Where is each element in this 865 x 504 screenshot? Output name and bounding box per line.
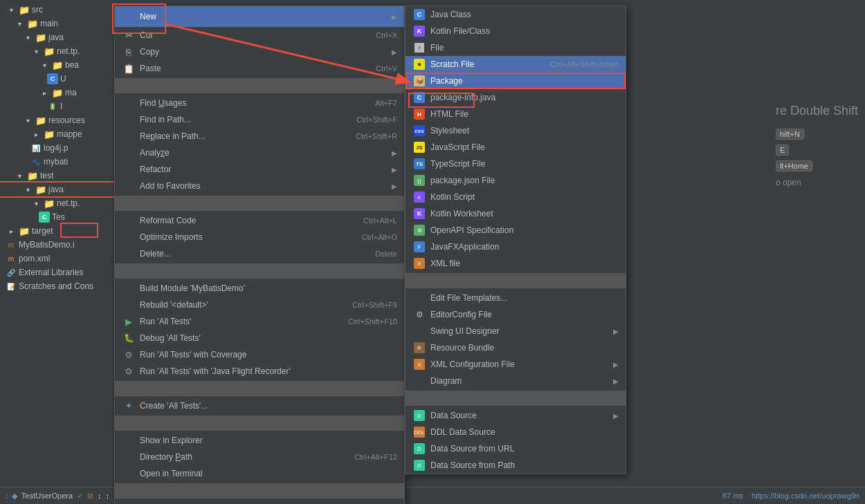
- submenu-javafx[interactable]: F JavaFXApplication: [406, 239, 626, 255]
- submenu-editorconfig[interactable]: ⚙ EditorConfig File: [406, 306, 626, 323]
- menu-item-add-favorites[interactable]: Add to Favorites ▶: [115, 178, 404, 194]
- tree-item-net-tp[interactable]: ▾ 📁 net.tp.: [0, 44, 114, 58]
- javafx-icon: F: [412, 241, 426, 252]
- tree-item-pom[interactable]: m pom.xml: [0, 252, 114, 265]
- menu-item-delete[interactable]: Delete... Delete: [115, 245, 404, 262]
- submenu-openapi[interactable]: ⚙ OpenAPI Specification: [406, 222, 626, 239]
- tree-item-main[interactable]: ▾ 📁 main: [0, 17, 114, 30]
- submenu-kotlin-worksheet[interactable]: K Kotlin Worksheet: [406, 205, 626, 222]
- submenu-xml[interactable]: X XML file: [406, 255, 626, 272]
- submenu-datasource-path[interactable]: D Data Source from Path: [406, 457, 626, 474]
- submenu-ts[interactable]: TS TypeScript File: [406, 156, 626, 172]
- submenu-edit-templates[interactable]: Edit File Templates...: [406, 290, 626, 306]
- menu-item-create-tests[interactable]: ✦ Create 'All Tests'...: [115, 398, 404, 414]
- flight-icon: ⊙: [122, 366, 136, 377]
- tree-item-tes[interactable]: C Tes: [0, 210, 114, 224]
- src-label: src: [32, 5, 43, 15]
- menu-item-cut[interactable]: ✂ Cut Ctrl+X: [115, 27, 404, 44]
- scratch-file-icon: ★: [412, 59, 426, 70]
- tree-item-ext-libs[interactable]: 🔗 External Libraries: [0, 265, 114, 279]
- menu-item-find-usages[interactable]: Find Usages Alt+F7: [115, 95, 404, 111]
- tree-item-interface-i[interactable]: I I: [0, 100, 114, 113]
- submenu-datasource-url[interactable]: D Data Source from URL: [406, 440, 626, 457]
- submenu-sep-2: [406, 391, 626, 406]
- xml-icon: X: [412, 258, 426, 269]
- replace-path-shortcut: Ctrl+Shift+R: [356, 132, 397, 140]
- menu-item-refactor[interactable]: Refactor ▶: [115, 161, 404, 178]
- class-u-icon: C: [47, 73, 58, 84]
- menu-item-optimize[interactable]: Optimize Imports Ctrl+Alt+O: [115, 229, 404, 245]
- tree-item-mybatisdemo[interactable]: m MyBatisDemo.i: [0, 238, 114, 252]
- submenu-package-info[interactable]: C package-info.java: [406, 89, 626, 106]
- xml-config-label: XML Configuration File: [430, 360, 608, 369]
- ts-icon: TS: [412, 158, 426, 169]
- submenu-xml-config[interactable]: X XML Configuration File ▶: [406, 356, 626, 373]
- menu-item-paste[interactable]: 📋 Paste Ctrl+V: [115, 60, 404, 77]
- menu-item-find-in-path[interactable]: Find in Path... Ctrl+Shift+F: [115, 111, 404, 128]
- menu-item-build-module[interactable]: Build Module 'MyBatisDemo': [115, 280, 404, 297]
- submenu-resource-bundle[interactable]: R Resource Bundle: [406, 339, 626, 356]
- find-usages-icon: [122, 97, 136, 109]
- menu-item-show-explorer[interactable]: Show in Explorer: [115, 432, 404, 449]
- submenu-data-source[interactable]: D Data Source ▶: [406, 407, 626, 424]
- tree-item-resources[interactable]: ▾ 📁 resources: [0, 113, 114, 127]
- tree-item-test-net[interactable]: ▾ 📁 net.tp.: [0, 196, 114, 210]
- submenu-package[interactable]: 📦 Package: [406, 73, 626, 89]
- folder-icon: ▾: [6, 4, 17, 15]
- menu-item-run-coverage[interactable]: ⊙ Run 'All Tests' with Coverage: [115, 346, 404, 363]
- menu-item-analyze[interactable]: Analyze ▶: [115, 144, 404, 161]
- tree-item-ma[interactable]: ▸ 📁 ma: [0, 86, 114, 100]
- menu-item-new[interactable]: New ▶: [115, 6, 404, 27]
- tree-item-mybati[interactable]: 🐾 mybati: [0, 155, 114, 169]
- interface-i-label: I: [60, 102, 62, 111]
- submenu-kotlin-file[interactable]: K Kotlin File/Class: [406, 23, 626, 39]
- tree-item-test[interactable]: ▾ 📁 test: [0, 169, 114, 183]
- submenu-ddl[interactable]: DDL DDL Data Source: [406, 424, 626, 440]
- submenu-js[interactable]: JS JavaScript File: [406, 139, 626, 156]
- menu-item-rebuild[interactable]: Rebuild '<default>' Ctrl+Shift+F9: [115, 297, 404, 313]
- submenu-pkg-json[interactable]: {} package.json File: [406, 172, 626, 189]
- editorconfig-label: EditorConfig File: [430, 310, 619, 319]
- main-label: main: [40, 19, 58, 28]
- css-icon: css: [412, 125, 426, 136]
- menu-item-local-history[interactable]: Local History ▶: [115, 500, 404, 504]
- cut-shortcut: Ctrl+X: [376, 31, 397, 39]
- tree-item-test-java[interactable]: ▾ 📁 java: [0, 183, 114, 196]
- submenu-java-class[interactable]: C Java Class: [406, 6, 626, 23]
- menu-item-dir-path[interactable]: Directory Path Ctrl+Alt+F12: [115, 449, 404, 465]
- submenu-css[interactable]: css Stylesheet: [406, 122, 626, 139]
- submenu-kotlin-script[interactable]: K Kotlin Script: [406, 189, 626, 205]
- menu-item-copy[interactable]: ⎘ Copy ▶: [115, 44, 404, 60]
- interface-i-icon: I: [47, 101, 58, 112]
- menu-item-run-tests[interactable]: ▶ Run 'All Tests' Ctrl+Shift+F10: [115, 313, 404, 330]
- ext-label: External Libraries: [19, 268, 83, 277]
- openapi-label: OpenAPI Specification: [430, 225, 619, 235]
- menu-item-run-flight[interactable]: ⊙ Run 'All Tests' with 'Java Flight Reco…: [115, 363, 404, 380]
- xml-config-chevron: ▶: [613, 361, 619, 368]
- tree-item-src[interactable]: ▾ 📁 src: [0, 3, 114, 17]
- menu-item-replace-in-path[interactable]: Replace in Path... Ctrl+Shift+R: [115, 128, 404, 144]
- folder-arrow: ▾: [14, 18, 25, 29]
- menu-item-terminal[interactable]: Open in Terminal: [115, 465, 404, 482]
- submenu-scratch-file[interactable]: ★ Scratch File Ctrl+Alt+Shift+Insert: [406, 56, 626, 73]
- file-icon: f: [412, 42, 426, 53]
- xml-label: XML file: [430, 259, 619, 268]
- tree-item-log4j[interactable]: 📊 log4j.p: [0, 141, 114, 155]
- resource-icon: R: [412, 342, 426, 353]
- tree-item-scratches[interactable]: 📝 Scratches and Cons: [0, 279, 114, 293]
- tree-item-bea[interactable]: ▾ 📁 bea: [0, 58, 114, 72]
- submenu-file[interactable]: f File: [406, 39, 626, 56]
- menu-item-debug-tests[interactable]: 🐛 Debug 'All Tests': [115, 330, 404, 346]
- diagram-icon: [412, 375, 426, 386]
- json-icon: {}: [412, 175, 426, 186]
- tree-item-target[interactable]: ▸ 📁 target: [0, 224, 114, 238]
- ts-label: TypeScript File: [430, 159, 619, 169]
- tree-item-java[interactable]: ▾ 📁 java: [0, 30, 114, 44]
- submenu-swing[interactable]: Swing UI Designer ▶: [406, 323, 626, 339]
- find-path-label: Find in Path...: [140, 115, 343, 124]
- tree-item-class-u[interactable]: C U: [0, 72, 114, 86]
- tree-item-mappe[interactable]: ▸ 📁 mappe: [0, 127, 114, 141]
- submenu-diagram[interactable]: Diagram ▶: [406, 373, 626, 389]
- submenu-html[interactable]: H HTML File: [406, 106, 626, 122]
- menu-item-reformat[interactable]: Reformat Code Ctrl+Alt+L: [115, 212, 404, 229]
